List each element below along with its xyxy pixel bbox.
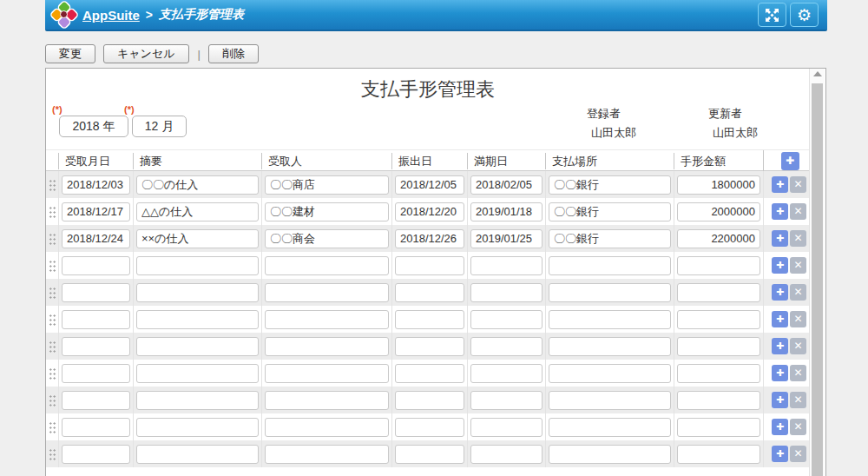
payment-place-input[interactable] bbox=[549, 364, 671, 383]
vertical-scrollbar[interactable] bbox=[809, 69, 825, 476]
summary-input[interactable] bbox=[136, 310, 259, 329]
issue-date-input[interactable] bbox=[395, 445, 464, 464]
delete-row-button[interactable]: ✕ bbox=[790, 392, 806, 408]
maturity-date-input[interactable] bbox=[470, 256, 542, 275]
amount-input[interactable] bbox=[677, 283, 760, 302]
row-drag-handle[interactable] bbox=[46, 198, 58, 225]
receive-date-input[interactable] bbox=[62, 202, 130, 221]
delete-row-button[interactable]: ✕ bbox=[790, 284, 806, 301]
amount-input[interactable] bbox=[677, 337, 760, 356]
row-drag-handle[interactable] bbox=[46, 306, 58, 333]
add-row-button[interactable]: ✚ bbox=[772, 176, 788, 193]
row-drag-handle[interactable] bbox=[46, 413, 58, 440]
maturity-date-input[interactable] bbox=[470, 445, 542, 464]
receive-date-input[interactable] bbox=[62, 229, 130, 248]
payment-place-input[interactable] bbox=[549, 310, 671, 329]
payee-input[interactable] bbox=[265, 202, 389, 221]
delete-row-button[interactable]: ✕ bbox=[790, 203, 806, 220]
issue-date-input[interactable] bbox=[395, 175, 464, 195]
payee-input[interactable] bbox=[265, 256, 389, 275]
delete-row-button[interactable]: ✕ bbox=[790, 365, 806, 381]
payment-place-input[interactable] bbox=[549, 418, 671, 437]
amount-input[interactable] bbox=[677, 364, 760, 383]
payee-input[interactable] bbox=[265, 445, 389, 464]
payee-input[interactable] bbox=[265, 337, 389, 356]
issue-date-input[interactable] bbox=[395, 418, 464, 437]
issue-date-input[interactable] bbox=[395, 202, 464, 221]
delete-button[interactable]: 削除 bbox=[208, 44, 259, 63]
issue-date-input[interactable] bbox=[395, 283, 464, 302]
row-drag-handle[interactable] bbox=[46, 225, 58, 252]
receive-date-input[interactable] bbox=[62, 256, 130, 275]
receive-date-input[interactable] bbox=[62, 445, 130, 464]
maturity-date-input[interactable] bbox=[470, 175, 542, 195]
maturity-date-input[interactable] bbox=[470, 391, 542, 410]
delete-row-button[interactable]: ✕ bbox=[790, 338, 806, 354]
maturity-date-input[interactable] bbox=[470, 418, 542, 437]
maturity-date-input[interactable] bbox=[470, 364, 542, 383]
summary-input[interactable] bbox=[136, 256, 259, 275]
add-row-button[interactable]: ✚ bbox=[772, 365, 788, 381]
amount-input[interactable] bbox=[677, 391, 760, 410]
payee-input[interactable] bbox=[265, 229, 389, 248]
issue-date-input[interactable] bbox=[395, 229, 464, 248]
payment-place-input[interactable] bbox=[549, 229, 671, 248]
payee-input[interactable] bbox=[265, 418, 389, 437]
delete-row-button[interactable]: ✕ bbox=[790, 257, 806, 274]
add-row-button[interactable]: ✚ bbox=[772, 284, 788, 301]
summary-input[interactable] bbox=[136, 337, 259, 356]
add-row-button[interactable]: ✚ bbox=[772, 311, 788, 327]
receive-date-input[interactable] bbox=[62, 283, 130, 302]
payment-place-input[interactable] bbox=[549, 175, 671, 195]
cancel-button[interactable]: キャンセル bbox=[103, 44, 189, 63]
add-row-button[interactable]: ✚ bbox=[772, 203, 788, 220]
receive-date-input[interactable] bbox=[62, 175, 130, 195]
add-row-button[interactable]: ✚ bbox=[772, 257, 788, 274]
amount-input[interactable] bbox=[677, 445, 760, 464]
appsuite-home-link[interactable]: AppSuite bbox=[82, 8, 140, 23]
summary-input[interactable] bbox=[136, 418, 259, 437]
settings-button[interactable]: ⚙ bbox=[790, 3, 819, 27]
fullscreen-button[interactable] bbox=[758, 3, 786, 27]
amount-input[interactable] bbox=[677, 175, 760, 195]
summary-input[interactable] bbox=[136, 175, 259, 195]
issue-date-input[interactable] bbox=[395, 337, 464, 356]
payee-input[interactable] bbox=[265, 391, 389, 410]
issue-date-input[interactable] bbox=[395, 391, 464, 410]
delete-row-button[interactable]: ✕ bbox=[790, 311, 806, 327]
delete-row-button[interactable]: ✕ bbox=[790, 419, 806, 435]
row-drag-handle[interactable] bbox=[46, 360, 58, 387]
maturity-date-input[interactable] bbox=[470, 337, 542, 356]
receive-date-input[interactable] bbox=[62, 418, 130, 437]
receive-date-input[interactable] bbox=[62, 364, 130, 383]
payment-place-input[interactable] bbox=[549, 256, 671, 275]
payment-place-input[interactable] bbox=[549, 283, 671, 302]
year-field[interactable]: 2018 年 bbox=[59, 116, 128, 137]
row-drag-handle[interactable] bbox=[46, 279, 58, 306]
row-drag-handle[interactable] bbox=[46, 252, 58, 279]
row-drag-handle[interactable] bbox=[46, 387, 58, 413]
maturity-date-input[interactable] bbox=[470, 310, 542, 329]
add-row-button[interactable]: ✚ bbox=[772, 446, 788, 462]
issue-date-input[interactable] bbox=[395, 256, 464, 275]
payee-input[interactable] bbox=[265, 364, 389, 383]
row-drag-handle[interactable] bbox=[46, 171, 58, 198]
payment-place-input[interactable] bbox=[549, 445, 671, 464]
add-row-button[interactable]: ✚ bbox=[772, 392, 788, 408]
amount-input[interactable] bbox=[677, 202, 760, 221]
amount-input[interactable] bbox=[677, 310, 760, 329]
summary-input[interactable] bbox=[136, 229, 259, 248]
row-drag-handle[interactable] bbox=[46, 333, 58, 360]
maturity-date-input[interactable] bbox=[470, 283, 542, 302]
payment-place-input[interactable] bbox=[549, 337, 671, 356]
payment-place-input[interactable] bbox=[549, 202, 671, 221]
payment-place-input[interactable] bbox=[549, 391, 671, 410]
scrollbar-thumb[interactable] bbox=[812, 83, 823, 476]
issue-date-input[interactable] bbox=[395, 310, 464, 329]
month-field[interactable]: 12 月 bbox=[132, 116, 187, 137]
payee-input[interactable] bbox=[265, 175, 389, 195]
payee-input[interactable] bbox=[265, 310, 389, 329]
amount-input[interactable] bbox=[677, 229, 760, 248]
scroll-up-arrow-icon[interactable] bbox=[813, 71, 822, 76]
summary-input[interactable] bbox=[136, 364, 259, 383]
